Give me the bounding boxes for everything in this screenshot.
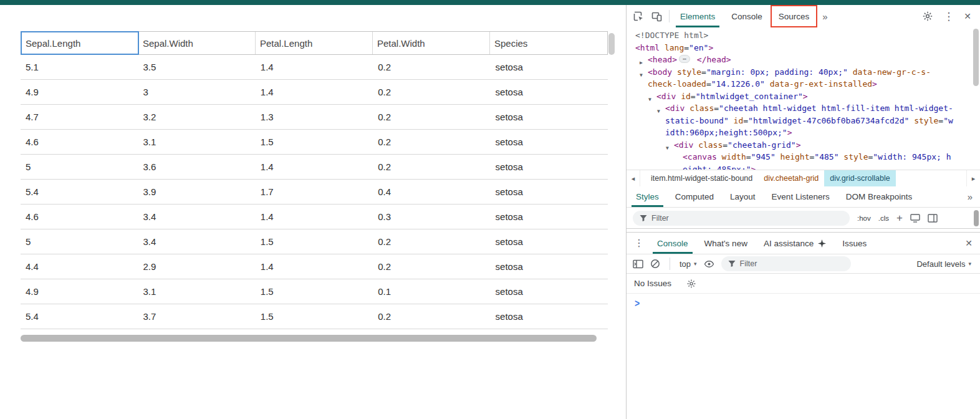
table-cell[interactable]: 4.7 bbox=[21, 105, 138, 129]
table-cell[interactable]: 3.2 bbox=[138, 105, 255, 129]
table-cell[interactable]: 3.1 bbox=[138, 130, 255, 154]
table-cell[interactable]: setosa bbox=[491, 205, 608, 229]
toggle-class-button[interactable]: .cls bbox=[878, 214, 889, 222]
table-cell[interactable]: setosa bbox=[491, 155, 608, 179]
code-line[interactable]: <!DOCTYPE html> bbox=[627, 29, 980, 42]
table-cell[interactable]: 3.7 bbox=[138, 304, 255, 329]
table-cell[interactable]: 0.2 bbox=[373, 80, 490, 104]
new-style-rule-button[interactable]: + bbox=[896, 213, 903, 223]
table-cell[interactable]: setosa bbox=[491, 55, 608, 79]
table-cell[interactable]: 0.2 bbox=[373, 229, 490, 254]
table-cell[interactable]: 3.6 bbox=[138, 155, 255, 179]
code-line[interactable]: static-bound" id="htmlwidget-47c06bf0ba6… bbox=[627, 115, 980, 127]
table-cell[interactable]: 3.4 bbox=[138, 205, 255, 229]
element-states-icon[interactable] bbox=[910, 214, 920, 223]
more-styles-tabs-icon[interactable]: » bbox=[963, 186, 978, 207]
styles-tab-dom-breakpoints[interactable]: DOM Breakpoints bbox=[838, 186, 921, 207]
console-filter-input[interactable]: Filter bbox=[721, 256, 851, 271]
table-cell[interactable]: 3 bbox=[138, 80, 255, 104]
settings-gear-icon[interactable] bbox=[922, 11, 933, 22]
inline-expand-button[interactable]: ⋯ bbox=[679, 55, 690, 63]
table-cell[interactable]: 1.5 bbox=[256, 304, 373, 329]
tab-elements[interactable]: Elements bbox=[672, 5, 723, 27]
table-cell[interactable]: 0.2 bbox=[373, 155, 490, 179]
table-cell[interactable]: 5 bbox=[21, 155, 138, 179]
table-cell[interactable]: 0.3 bbox=[373, 205, 490, 229]
computed-styles-sidebar-icon[interactable] bbox=[928, 214, 938, 223]
styles-tab-computed[interactable]: Computed bbox=[667, 186, 722, 207]
live-expression-eye-icon[interactable] bbox=[704, 260, 714, 268]
clear-console-icon[interactable] bbox=[650, 259, 660, 269]
code-line[interactable]: ▼<div id="htmlwidget_container"> bbox=[627, 90, 980, 103]
tab-console[interactable]: Console bbox=[723, 5, 771, 27]
table-cell[interactable]: 4.6 bbox=[21, 130, 138, 154]
table-cell[interactable]: 5.4 bbox=[21, 180, 138, 204]
device-toolbar-icon[interactable] bbox=[651, 11, 663, 22]
inspect-element-icon[interactable] bbox=[633, 11, 645, 22]
table-cell[interactable]: 3.1 bbox=[138, 279, 255, 304]
table-cell[interactable]: 1.4 bbox=[256, 55, 373, 79]
drawer-tab-console[interactable]: Console bbox=[649, 233, 696, 254]
table-cell[interactable]: 1.5 bbox=[256, 279, 373, 304]
code-line[interactable]: ▶<head>⋯ </head> bbox=[627, 54, 980, 66]
breadcrumb-item[interactable]: div.grid-scrollable bbox=[824, 170, 895, 186]
drawer-tab-ai-assistance[interactable]: AI assistance bbox=[756, 233, 834, 254]
drawer-menu-kebab-icon[interactable]: ⋮ bbox=[627, 233, 649, 254]
table-cell[interactable]: setosa bbox=[491, 279, 608, 304]
log-levels-selector[interactable]: Default levels ▾ bbox=[916, 259, 974, 269]
table-cell[interactable]: 1.4 bbox=[256, 254, 373, 279]
code-line[interactable]: idth:960px;height:500px;"> bbox=[627, 127, 980, 139]
console-prompt[interactable]: > bbox=[627, 294, 980, 312]
table-cell[interactable]: 0.2 bbox=[373, 130, 490, 154]
table-cell[interactable]: 0.2 bbox=[373, 304, 490, 329]
table-cell[interactable]: 2.9 bbox=[138, 254, 255, 279]
table-cell[interactable]: setosa bbox=[491, 180, 608, 204]
tab-sources[interactable]: Sources bbox=[771, 5, 818, 27]
column-header[interactable]: Sepal.Width bbox=[138, 32, 256, 54]
code-line[interactable]: <html lang="en"> bbox=[627, 42, 980, 54]
table-cell[interactable]: 4.6 bbox=[21, 205, 138, 229]
table-cell[interactable]: setosa bbox=[491, 229, 608, 254]
table-cell[interactable]: 5 bbox=[21, 229, 138, 254]
breadcrumb-scroll-left-icon[interactable]: ◂ bbox=[627, 170, 640, 186]
breadcrumb-scroll-right-icon[interactable]: ▸ bbox=[966, 170, 980, 186]
table-cell[interactable]: 1.7 bbox=[256, 180, 373, 204]
column-header[interactable]: Sepal.Length bbox=[21, 32, 138, 54]
column-header[interactable]: Petal.Width bbox=[373, 32, 490, 54]
table-cell[interactable]: 0.1 bbox=[373, 279, 490, 304]
styles-tab-layout[interactable]: Layout bbox=[722, 186, 764, 207]
console-sidebar-icon[interactable] bbox=[633, 259, 643, 269]
table-cell[interactable]: setosa bbox=[491, 130, 608, 154]
table-cell[interactable]: 1.5 bbox=[256, 229, 373, 254]
column-header[interactable]: Petal.Length bbox=[256, 32, 373, 54]
table-cell[interactable]: 4.9 bbox=[21, 279, 138, 304]
table-cell[interactable]: 3.9 bbox=[138, 180, 255, 204]
styles-scrollbar[interactable] bbox=[974, 210, 979, 226]
more-panels-icon[interactable]: » bbox=[817, 5, 832, 27]
table-cell[interactable]: 1.4 bbox=[256, 205, 373, 229]
issues-status[interactable]: No Issues bbox=[634, 279, 671, 288]
code-line[interactable]: <canvas width="945" height="485" style="… bbox=[627, 151, 980, 163]
code-line[interactable]: ▼<div class="cheetah html-widget html-fi… bbox=[627, 102, 980, 115]
table-cell[interactable]: 5.4 bbox=[21, 304, 138, 329]
drawer-close-icon[interactable]: ✕ bbox=[965, 233, 973, 254]
table-horizontal-scrollbar[interactable] bbox=[21, 335, 597, 342]
table-cell[interactable]: 0.2 bbox=[373, 55, 490, 79]
table-cell[interactable]: 0.4 bbox=[373, 180, 490, 204]
code-line[interactable]: ▼<body style="margin: 0px; padding: 40px… bbox=[627, 66, 980, 79]
devtools-menu-kebab-icon[interactable]: ⋮ bbox=[943, 11, 954, 22]
console-context-selector[interactable]: top ▾ bbox=[680, 259, 697, 269]
table-vertical-scrollbar[interactable] bbox=[608, 33, 615, 55]
table-cell[interactable]: setosa bbox=[491, 80, 608, 104]
table-cell[interactable]: 1.5 bbox=[256, 130, 373, 154]
breadcrumb-item[interactable]: div.cheetah-grid bbox=[758, 170, 824, 186]
styles-tab-event-listeners[interactable]: Event Listeners bbox=[764, 186, 838, 207]
table-cell[interactable]: setosa bbox=[491, 304, 608, 329]
table-cell[interactable]: 1.4 bbox=[256, 155, 373, 179]
drawer-tab-issues[interactable]: Issues bbox=[834, 233, 875, 254]
table-cell[interactable]: 0.2 bbox=[373, 254, 490, 279]
table-cell[interactable]: 3.5 bbox=[138, 55, 255, 79]
table-cell[interactable]: 4.4 bbox=[21, 254, 138, 279]
table-cell[interactable]: 5.1 bbox=[21, 55, 138, 79]
styles-tab-styles[interactable]: Styles bbox=[628, 186, 667, 207]
